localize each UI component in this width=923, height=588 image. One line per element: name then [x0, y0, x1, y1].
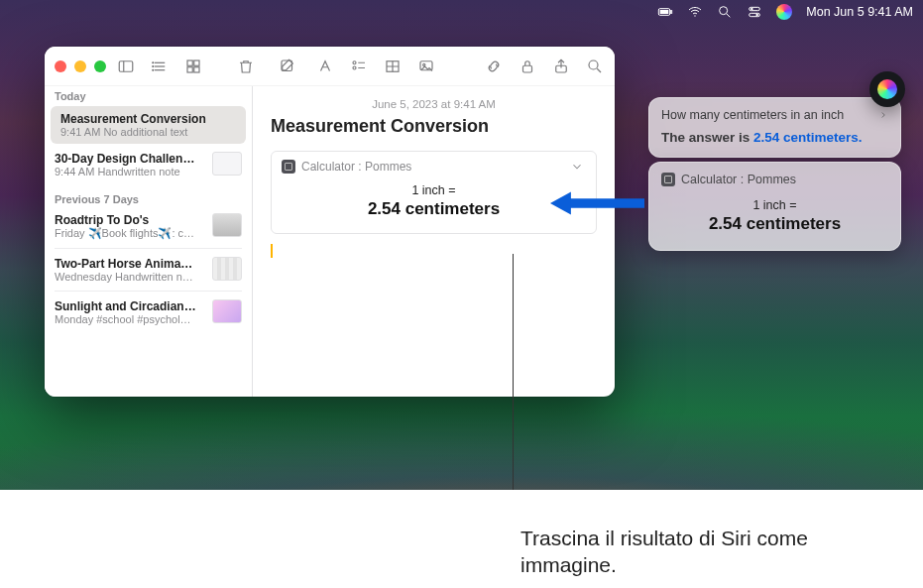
svg-point-33	[589, 60, 598, 69]
siri-query-panel: How many centimeters in an inch The answ…	[648, 97, 901, 158]
note-meta: Wednesday Handwritten n…	[55, 271, 204, 283]
callout-text: Trascina il risultato di Siri come immag…	[520, 526, 838, 579]
svg-point-14	[153, 61, 154, 62]
svg-point-4	[720, 7, 728, 15]
calc-source-label: Calculator : Pommes	[681, 173, 796, 186]
drag-arrow	[550, 188, 644, 218]
calc-result-line: 2.54 centimeters	[282, 199, 586, 219]
sidebar-item-design-challenge[interactable]: 30-Day Design Challen… 9:44 AM Handwritt…	[45, 146, 252, 183]
media-icon[interactable]	[416, 57, 436, 76]
notes-sidebar: Today Measurement Conversion 9:41 AM No …	[45, 86, 253, 397]
sidebar-section-today: Today	[45, 86, 252, 104]
compose-icon[interactable]	[278, 57, 297, 76]
calculator-icon	[282, 160, 295, 174]
svg-point-15	[153, 65, 154, 66]
search-icon[interactable]	[585, 57, 605, 76]
note-meta: 9:44 AM Handwritten note	[55, 166, 204, 177]
notes-titlebar	[45, 47, 615, 86]
checklist-icon[interactable]	[349, 57, 369, 76]
spotlight-icon[interactable]	[717, 5, 733, 19]
svg-rect-19	[187, 66, 192, 71]
calc-inch-line: 1 inch =	[661, 198, 888, 212]
window-controls	[55, 60, 106, 72]
siri-icon	[877, 79, 897, 99]
list-view-icon[interactable]	[150, 57, 170, 76]
close-button[interactable]	[55, 60, 66, 72]
lock-icon[interactable]	[518, 57, 537, 76]
note-title: 30-Day Design Challen…	[55, 152, 204, 166]
minimize-button[interactable]	[74, 60, 86, 72]
battery-icon[interactable]	[657, 5, 673, 19]
svg-point-8	[756, 14, 758, 16]
desktop: Mon Jun 5 9:41 AM	[0, 0, 923, 490]
siri-orb[interactable]	[869, 71, 905, 107]
siri-menubar-icon[interactable]	[776, 4, 792, 20]
notes-window: Today Measurement Conversion 9:41 AM No …	[45, 47, 615, 397]
note-title: Roadtrip To Do's	[55, 213, 204, 227]
svg-point-22	[353, 60, 356, 63]
sidebar-item-circadian[interactable]: Sunlight and Circadian… Monday #school #…	[45, 294, 252, 331]
control-center-icon[interactable]	[747, 5, 762, 19]
siri-answer-text: The answer is 2.54 centimeters.	[661, 130, 888, 145]
zoom-button[interactable]	[94, 60, 106, 72]
svg-rect-2	[660, 10, 669, 14]
note-thumb	[212, 299, 242, 323]
note-meta: 9:41 AM No additional text	[60, 126, 236, 138]
calc-inch-line: 1 inch =	[282, 183, 586, 197]
text-cursor	[271, 244, 273, 258]
svg-point-24	[353, 66, 356, 69]
note-meta: Monday #school #psychol…	[55, 313, 204, 325]
note-editor[interactable]: June 5, 2023 at 9:41 AM Measurement Conv…	[253, 86, 615, 397]
note-thumb	[212, 257, 242, 281]
svg-point-16	[153, 69, 154, 70]
sidebar-item-horse-anim[interactable]: Two-Part Horse Anima… Wednesday Handwrit…	[45, 251, 252, 289]
calc-result-line: 2.54 centimeters	[661, 214, 888, 234]
note-title: Measurement Conversion	[60, 112, 236, 126]
svg-point-7	[750, 8, 752, 10]
note-title: Sunlight and Circadian…	[55, 299, 204, 313]
table-icon[interactable]	[383, 57, 403, 76]
svg-rect-1	[671, 11, 672, 14]
note-meta: Friday ✈️Book flights✈️: c…	[55, 227, 204, 240]
menubar: Mon Jun 5 9:41 AM	[0, 0, 923, 24]
textformat-icon[interactable]	[315, 57, 335, 76]
sidebar-item-measurement[interactable]: Measurement Conversion 9:41 AM No additi…	[51, 106, 246, 144]
link-icon[interactable]	[484, 57, 504, 76]
toggle-sidebar-icon[interactable]	[116, 57, 136, 76]
sidebar-item-roadtrip[interactable]: Roadtrip To Do's Friday ✈️Book flights✈️…	[45, 207, 252, 246]
callout-leader	[513, 254, 514, 490]
share-icon[interactable]	[551, 57, 571, 76]
svg-rect-31	[523, 65, 532, 72]
grid-view-icon[interactable]	[183, 57, 203, 76]
siri-result-card[interactable]: Calculator : Pommes 1 inch = 2.54 centim…	[648, 162, 901, 251]
chevron-right-icon	[878, 110, 888, 120]
note-title: Two-Part Horse Anima…	[55, 257, 204, 271]
siri-question-text: How many centimeters in an inch	[661, 108, 844, 122]
calc-result-card[interactable]: Calculator : Pommes 1 inch = 2.54 centim…	[271, 151, 597, 234]
trash-icon[interactable]	[236, 57, 256, 76]
siri-question-row[interactable]: How many centimeters in an inch	[661, 108, 888, 122]
svg-rect-20	[194, 66, 199, 71]
menubar-datetime[interactable]: Mon Jun 5 9:41 AM	[806, 5, 913, 19]
chevron-down-icon[interactable]	[570, 160, 586, 176]
wifi-icon[interactable]	[687, 5, 703, 19]
calc-source-label: Calculator : Pommes	[301, 160, 411, 174]
note-title-heading: Measurement Conversion	[271, 116, 597, 137]
svg-marker-35	[550, 192, 571, 215]
note-thumb	[212, 213, 242, 237]
sidebar-section-prev7: Previous 7 Days	[45, 189, 252, 207]
calculator-icon	[661, 173, 675, 186]
note-thumb	[212, 152, 242, 176]
note-dateline: June 5, 2023 at 9:41 AM	[271, 98, 597, 110]
svg-point-3	[695, 15, 696, 16]
svg-rect-17	[187, 60, 192, 65]
svg-rect-9	[119, 60, 133, 71]
svg-rect-18	[194, 60, 199, 65]
